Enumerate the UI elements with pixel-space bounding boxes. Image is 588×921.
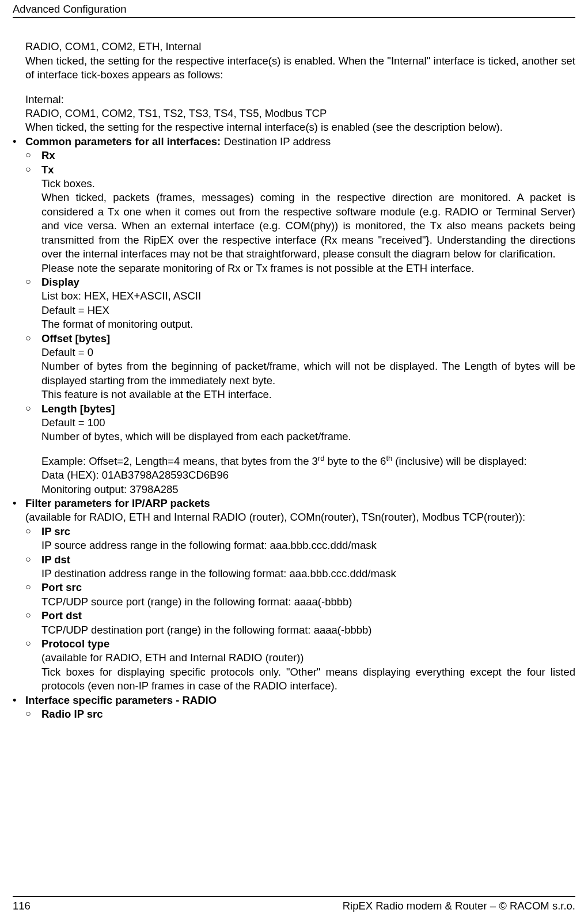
footer-text: RipEX Radio modem & Router – © RACOM s.r…: [343, 899, 575, 913]
intro-line: Internal:: [25, 93, 575, 107]
body-text: Tick boxes.: [41, 177, 575, 191]
body-text: Number of bytes, which will be displayed…: [41, 430, 575, 444]
sub-ip-dst: IP dst IP destination address range in t…: [25, 553, 575, 581]
body-text: Default = 0: [41, 346, 575, 359]
body-text: Default = 100: [41, 416, 575, 430]
sub-heading: IP src: [41, 525, 70, 537]
page-header: Advanced Configuration: [13, 0, 575, 18]
intro-block: RADIO, COM1, COM2, ETH, Internal When ti…: [25, 40, 575, 134]
header-title: Advanced Configuration: [13, 3, 126, 15]
body-text: List box: HEX, HEX+ASCII, ASCII: [41, 289, 575, 303]
bullet-heading: Common parameters for all interfaces:: [25, 135, 221, 147]
body-text: Please note the separate monitoring of R…: [41, 261, 575, 275]
sub-heading: Offset [bytes]: [41, 332, 110, 344]
sub-radio-ip-src: Radio IP src: [25, 707, 575, 721]
sub-ip-src: IP src IP source address range in the fo…: [25, 525, 575, 553]
body-text: Data (HEX): 01AB3798A28593CD6B96: [41, 468, 575, 482]
intro-line: RADIO, COM1, COM2, TS1, TS2, TS3, TS4, T…: [25, 107, 575, 120]
sub-display: Display List box: HEX, HEX+ASCII, ASCII …: [25, 275, 575, 332]
body-text: (available for RADIO, ETH and Internal R…: [41, 651, 575, 665]
page-number: 116: [13, 899, 31, 913]
sub-heading: Display: [41, 276, 79, 288]
intro-line: When ticked, the setting for the respect…: [25, 120, 575, 134]
sub-heading: Port src: [41, 581, 82, 593]
bullet-interface-specific-radio: Interface specific parameters - RADIO Ra…: [13, 693, 575, 722]
sub-rx: Rx: [25, 149, 575, 162]
sub-offset: Offset [bytes] Default = 0 Number of byt…: [25, 332, 575, 402]
sub-protocol-type: Protocol type (available for RADIO, ETH …: [25, 637, 575, 693]
bullet-heading: Filter parameters for IP/ARP packets: [25, 497, 210, 509]
sub-tx: Tx Tick boxes. When ticked, packets (fra…: [25, 163, 575, 275]
body-text: IP destination address range in the foll…: [41, 567, 575, 581]
body-text: This feature is not available at the ETH…: [41, 388, 575, 401]
body-text: TCP/UDP destination port (range) in the …: [41, 623, 575, 637]
body-text: Example: Offset=2, Length=4 means, that …: [41, 454, 575, 468]
bullet-heading: Interface specific parameters - RADIO: [25, 694, 217, 706]
body-text: Default = HEX: [41, 304, 575, 317]
sub-heading: Rx: [41, 149, 55, 161]
body-text: When ticked, packets (frames, messages) …: [41, 191, 575, 261]
bullet-filter-parameters: Filter parameters for IP/ARP packets (av…: [13, 496, 575, 693]
sub-port-src: Port src TCP/UDP source port (range) in …: [25, 581, 575, 609]
sub-heading: Length [bytes]: [41, 403, 115, 415]
bullet-heading-rest: Destination IP address: [221, 135, 331, 147]
body-text: IP source address range in the following…: [41, 539, 575, 552]
superscript: th: [386, 454, 392, 463]
body-text: (available for RADIO, ETH and Internal R…: [25, 510, 575, 524]
sub-heading: Protocol type: [41, 638, 109, 650]
superscript: rd: [318, 454, 325, 463]
page-footer: 116 RipEX Radio modem & Router – © RACOM…: [13, 896, 575, 913]
sub-heading: Port dst: [41, 609, 82, 621]
body-text: Monitoring output: 3798A285: [41, 483, 575, 496]
sub-port-dst: Port dst TCP/UDP destination port (range…: [25, 609, 575, 637]
sub-heading: Tx: [41, 164, 54, 176]
intro-line: When ticked, the setting for the respect…: [25, 54, 575, 82]
page-content: RADIO, COM1, COM2, ETH, Internal When ti…: [13, 18, 575, 721]
sub-heading: Radio IP src: [41, 708, 103, 720]
sub-heading: IP dst: [41, 554, 70, 566]
body-text: The format of monitoring output.: [41, 317, 575, 331]
bullet-common-parameters: Common parameters for all interfaces: De…: [13, 135, 575, 496]
body-text: Tick boxes for displaying specific proto…: [41, 665, 575, 693]
body-text: Number of bytes from the beginning of pa…: [41, 359, 575, 388]
body-text: TCP/UDP source port (range) in the follo…: [41, 595, 575, 609]
sub-length: Length [bytes] Default = 100 Number of b…: [25, 402, 575, 496]
intro-line: RADIO, COM1, COM2, ETH, Internal: [25, 40, 575, 54]
